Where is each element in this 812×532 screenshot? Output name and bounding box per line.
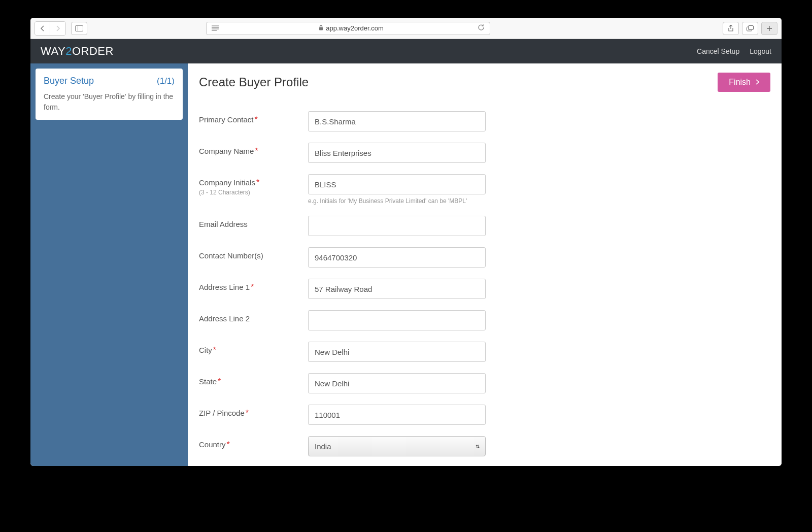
label-state: State: [199, 377, 217, 386]
sidebar: Buyer Setup (1/1) Create your 'Buyer Pro…: [30, 63, 188, 466]
chevron-right-icon: [756, 79, 759, 86]
refresh-button[interactable]: [478, 24, 485, 32]
required-mark: *: [256, 178, 259, 187]
required-mark: *: [251, 283, 254, 291]
chevron-right-icon: [56, 25, 60, 31]
address-text: app.way2order.com: [225, 24, 478, 32]
app-header: WAY2ORDER Cancel Setup Logout: [30, 39, 782, 63]
sidebar-toggle-button[interactable]: [71, 22, 87, 35]
required-mark: *: [255, 115, 258, 124]
contact-numbers-input[interactable]: [308, 247, 486, 268]
state-input[interactable]: [308, 373, 486, 393]
lock-icon: [319, 25, 323, 31]
field-email: Email Address: [199, 216, 770, 236]
field-contact-numbers: Contact Number(s): [199, 247, 770, 268]
label-address2: Address Line 2: [199, 314, 250, 323]
address-bar[interactable]: app.way2order.com: [206, 22, 490, 35]
svg-rect-0: [76, 25, 83, 31]
field-company-name: Company Name*: [199, 143, 770, 163]
app-body: Buyer Setup (1/1) Create your 'Buyer Pro…: [30, 63, 782, 466]
field-company-initials: Company Initials* (3 - 12 Characters) e.…: [199, 174, 770, 205]
address2-input[interactable]: [308, 310, 486, 330]
content-header: Create Buyer Profile Finish: [199, 73, 770, 92]
back-button[interactable]: [35, 22, 50, 35]
field-primary-contact: Primary Contact*: [199, 111, 770, 131]
refresh-icon: [478, 24, 485, 31]
company-name-input[interactable]: [308, 143, 486, 163]
main-content: Create Buyer Profile Finish Primary Cont…: [188, 63, 782, 466]
chevron-left-icon: [40, 25, 45, 31]
browser-window: app.way2order.com WAY2ORDER Cancel Setup…: [30, 18, 782, 466]
finish-button[interactable]: Finish: [718, 73, 770, 92]
tabs-icon: [747, 25, 754, 31]
email-input[interactable]: [308, 216, 486, 236]
field-city: City*: [199, 342, 770, 362]
zip-input[interactable]: [308, 405, 486, 425]
sidebar-card: Buyer Setup (1/1) Create your 'Buyer Pro…: [36, 69, 183, 120]
field-country: Country* India: [199, 436, 770, 456]
header-links: Cancel Setup Logout: [697, 47, 771, 55]
label-primary-contact: Primary Contact: [199, 115, 254, 124]
sidebar-description: Create your 'Buyer Profile' by filling i…: [44, 91, 175, 113]
sidebar-title: Buyer Setup: [44, 76, 94, 86]
label-company-initials: Company Initials: [199, 178, 255, 187]
required-mark: *: [213, 346, 216, 354]
url-text: app.way2order.com: [326, 24, 383, 32]
page-title: Create Buyer Profile: [199, 75, 309, 89]
toolbar-right-buttons: [723, 22, 777, 35]
required-mark: *: [227, 440, 230, 449]
sidebar-card-header: Buyer Setup (1/1): [44, 76, 175, 86]
new-tab-button[interactable]: [761, 22, 777, 35]
sidebar-step-count: (1/1): [157, 76, 175, 86]
label-address1: Address Line 1: [199, 283, 250, 291]
field-address2: Address Line 2: [199, 310, 770, 330]
share-button[interactable]: [723, 22, 739, 35]
forward-button[interactable]: [50, 22, 65, 35]
reader-icon: [212, 24, 219, 32]
nav-button-group: [35, 21, 66, 36]
required-mark: *: [218, 377, 221, 386]
finish-button-label: Finish: [729, 78, 751, 87]
label-email: Email Address: [199, 220, 248, 228]
country-select[interactable]: India: [308, 436, 486, 456]
browser-toolbar: app.way2order.com: [30, 18, 782, 39]
label-contact-numbers: Contact Number(s): [199, 251, 263, 260]
logout-link[interactable]: Logout: [750, 47, 771, 55]
svg-rect-8: [749, 25, 754, 29]
field-address1: Address Line 1*: [199, 279, 770, 299]
required-mark: *: [255, 147, 258, 155]
input-hint-initials: e.g. Initials for 'My Business Private L…: [308, 197, 486, 205]
tabs-button[interactable]: [742, 22, 758, 35]
plus-icon: [766, 25, 772, 31]
app-logo: WAY2ORDER: [41, 45, 114, 58]
primary-contact-input[interactable]: [308, 111, 486, 131]
cancel-setup-link[interactable]: Cancel Setup: [697, 47, 739, 55]
sidebar-icon: [75, 25, 83, 31]
field-zip: ZIP / Pincode*: [199, 405, 770, 425]
address1-input[interactable]: [308, 279, 486, 299]
city-input[interactable]: [308, 342, 486, 362]
required-mark: *: [246, 409, 249, 417]
label-city: City: [199, 346, 212, 354]
label-country: Country: [199, 440, 226, 449]
share-icon: [728, 25, 734, 32]
svg-rect-6: [319, 27, 323, 30]
label-company-name: Company Name: [199, 147, 254, 155]
label-hint-initials: (3 - 12 Characters): [199, 189, 308, 196]
field-state: State*: [199, 373, 770, 393]
company-initials-input[interactable]: [308, 174, 486, 194]
label-zip: ZIP / Pincode: [199, 409, 245, 417]
